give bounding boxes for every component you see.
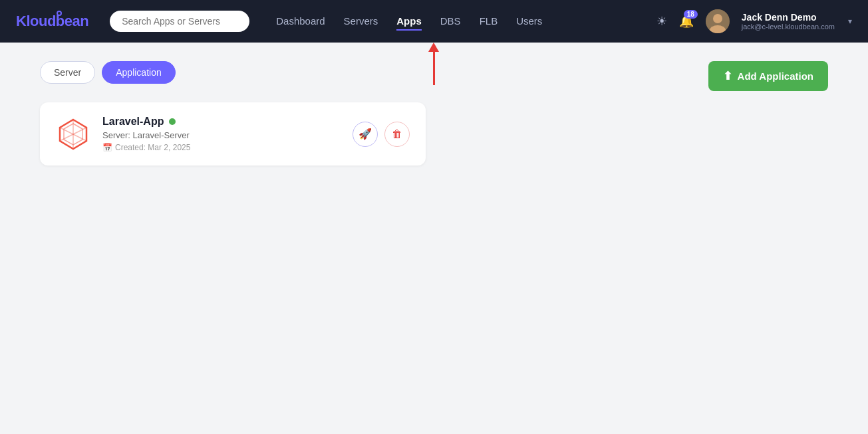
- add-application-label: Add Application: [738, 70, 813, 82]
- nav-links: Dashboard Servers Apps DBS FLB Users: [276, 13, 635, 31]
- app-card: Laravel-App Server: Laravel-Server 📅 Cre…: [40, 102, 426, 165]
- search-input[interactable]: [110, 11, 249, 32]
- user-name: Jack Denn Demo: [742, 12, 835, 23]
- status-dot-icon: [169, 118, 176, 125]
- app-server: Server: Laravel-Server: [102, 130, 341, 140]
- logo-text: Kloudbean: [16, 13, 88, 29]
- nav-right: ☀ 🔔 18 Jack Denn Demo jack@c-level.kloud…: [656, 9, 852, 33]
- launch-app-button[interactable]: 🚀: [353, 122, 378, 147]
- app-logo: [56, 117, 90, 152]
- app-created: 📅 Created: Mar 2, 2025: [102, 143, 341, 152]
- app-name: Laravel-App: [102, 116, 164, 128]
- user-menu-chevron-icon[interactable]: ▾: [848, 17, 852, 26]
- navbar: Kloudbean Dashboard Servers Apps DBS FLB…: [0, 0, 868, 43]
- add-application-button[interactable]: ⬆ Add Application: [708, 61, 828, 91]
- tab-application[interactable]: Application: [102, 61, 176, 84]
- avatar: [706, 9, 730, 33]
- nav-flb[interactable]: FLB: [480, 13, 498, 31]
- app-actions: 🚀 🗑: [353, 122, 410, 147]
- user-info: Jack Denn Demo jack@c-level.kloudbean.co…: [742, 12, 835, 31]
- app-name-row: Laravel-App: [102, 116, 341, 128]
- main-content: Server Application ⬆ Add Application Lar…: [0, 43, 868, 184]
- avatar-image: [706, 9, 730, 33]
- user-email: jack@c-level.kloudbean.com: [742, 23, 835, 31]
- laravel-icon: [56, 117, 90, 152]
- logo[interactable]: Kloudbean: [16, 13, 88, 30]
- app-info: Laravel-App Server: Laravel-Server 📅 Cre…: [102, 116, 341, 152]
- app-created-text: Created: Mar 2, 2025: [115, 143, 190, 152]
- upload-icon: ⬆: [723, 69, 732, 83]
- nav-servers[interactable]: Servers: [344, 13, 378, 31]
- theme-toggle-button[interactable]: ☀: [656, 14, 667, 29]
- notification-badge: 18: [684, 10, 698, 19]
- calendar-icon: 📅: [102, 143, 112, 152]
- nav-users[interactable]: Users: [516, 13, 542, 31]
- delete-app-button[interactable]: 🗑: [384, 122, 410, 147]
- svg-point-1: [713, 14, 722, 23]
- nav-dbs[interactable]: DBS: [440, 13, 461, 31]
- tab-server[interactable]: Server: [40, 61, 95, 84]
- nav-apps[interactable]: Apps: [396, 13, 422, 31]
- notifications-button[interactable]: 🔔 18: [679, 14, 694, 29]
- nav-dashboard[interactable]: Dashboard: [276, 13, 325, 31]
